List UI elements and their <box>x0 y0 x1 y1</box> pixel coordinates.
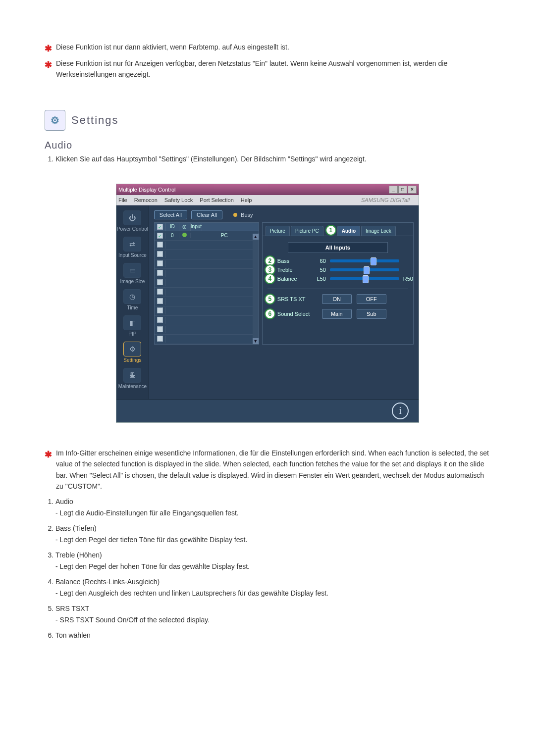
scroll-down-icon[interactable]: ▼ <box>253 338 259 344</box>
explain-title: Balance (Rechts-Links-Ausgleich) <box>55 578 160 586</box>
grid-row[interactable] <box>155 288 259 297</box>
grid-row[interactable] <box>155 316 259 325</box>
bass-control: 2 Bass 60 <box>277 258 413 264</box>
row-checkbox[interactable] <box>157 289 163 295</box>
slider-handle[interactable] <box>371 257 376 265</box>
srs-on-button[interactable]: ON <box>322 294 352 304</box>
section-header: ⚙ Settings <box>45 110 490 131</box>
sidebar-label-time: Time <box>127 305 138 310</box>
bass-slider[interactable] <box>330 259 399 262</box>
sidebar-item-input[interactable]: ⇄ Input Source <box>116 237 149 258</box>
sidebar-label-power: Power Control <box>117 226 148 232</box>
sound-main-button[interactable]: Main <box>322 309 352 319</box>
titlebar[interactable]: Multiple Display Control _ □ × <box>116 184 419 195</box>
note-text-1: Diese Funktion ist nur dann aktiviert, w… <box>56 42 289 52</box>
srs-off-button[interactable]: OFF <box>357 294 386 304</box>
row-checkbox[interactable] <box>157 326 163 332</box>
slider-handle[interactable] <box>364 266 370 274</box>
grid-row[interactable] <box>155 335 259 344</box>
grid-head-id[interactable]: ID <box>166 223 179 231</box>
slider-handle[interactable] <box>363 275 369 283</box>
explain-sub: - Legt den Pegel der hohen Töne für das … <box>55 561 490 572</box>
desc-note-text: Im Info-Gitter erscheinen einige wesentl… <box>56 448 490 492</box>
explain-sub: - SRS TSXT Sound On/Off of the selected … <box>55 615 490 625</box>
scroll-thumb[interactable] <box>253 240 259 338</box>
sound-select-row: 6 Sound Select Main Sub <box>277 309 413 319</box>
menu-file[interactable]: File <box>118 197 127 203</box>
tab-picture[interactable]: Picture <box>266 226 290 236</box>
explain-item-4: Balance (Rechts-Links-Ausgleich) - Legt … <box>55 577 490 599</box>
sidebar-item-time[interactable]: ◷ Time <box>116 289 149 310</box>
sidebar: ⏻ Power Control ⇄ Input Source ▭ Image S… <box>116 205 149 399</box>
sound-sub-button[interactable]: Sub <box>357 309 386 319</box>
maximize-icon[interactable]: □ <box>398 186 407 194</box>
sidebar-item-settings[interactable]: ⚙ Settings <box>116 342 149 363</box>
explain-item-5: SRS TSXT - SRS TSXT Sound On/Off of the … <box>55 604 490 625</box>
row-checkbox[interactable] <box>157 307 163 313</box>
grid-row[interactable] <box>155 297 259 306</box>
explain-item-6: Ton wählen <box>55 630 490 641</box>
explain-title: Audio <box>55 498 73 505</box>
balance-slider[interactable] <box>330 277 399 280</box>
pip-icon: ◧ <box>123 315 141 330</box>
grid-head-status-icon: ◎ <box>179 223 191 231</box>
header-checkbox[interactable] <box>157 224 163 230</box>
sidebar-label-pip: PIP <box>128 331 136 337</box>
callout-5: 5 <box>265 294 275 304</box>
menu-remocon[interactable]: Remocon <box>134 197 158 203</box>
grid-head-input[interactable]: Input <box>191 223 202 231</box>
tab-picture-pc[interactable]: Picture PC <box>291 226 323 236</box>
row-checkbox[interactable] <box>157 242 163 248</box>
tab-image-lock[interactable]: Image Lock <box>361 226 396 236</box>
note-line-1: ✱ Diese Funktion ist nur dann aktiviert,… <box>45 42 490 56</box>
sidebar-item-image[interactable]: ▭ Image Size <box>116 263 149 284</box>
explain-title: Treble (Höhen) <box>55 551 102 559</box>
info-icon[interactable]: i <box>392 403 409 419</box>
select-all-button[interactable]: Select All <box>154 210 187 219</box>
close-icon[interactable]: × <box>408 186 417 194</box>
grid-scrollbar[interactable]: ▲ ▼ <box>253 234 259 344</box>
row-checkbox[interactable] <box>157 233 163 239</box>
explain-item-2: Bass (Tiefen) - Legt den Pegel der tiefe… <box>55 523 490 545</box>
row-checkbox[interactable] <box>157 251 163 257</box>
row-checkbox[interactable] <box>157 279 163 285</box>
balance-value-left: L50 <box>313 276 326 282</box>
note-line-2: ✱ Diese Funktion ist nur für Anzeigen ve… <box>45 58 490 80</box>
menu-safetylock[interactable]: Safety Lock <box>164 197 193 203</box>
grid-row[interactable] <box>155 269 259 278</box>
row-checkbox[interactable] <box>157 270 163 276</box>
explain-item-3: Treble (Höhen) - Legt den Pegel der hohe… <box>55 550 490 572</box>
row-checkbox[interactable] <box>157 298 163 304</box>
srs-label: SRS TS XT <box>277 296 317 302</box>
srs-row: 5 SRS TS XT ON OFF <box>277 294 413 304</box>
row-checkbox[interactable] <box>157 317 163 323</box>
grid-row[interactable] <box>155 306 259 316</box>
subsection-title: Audio <box>45 140 490 151</box>
sidebar-item-power[interactable]: ⏻ Power Control <box>116 210 149 232</box>
explain-list: Audio - Legt die Audio-Einstellungen für… <box>45 497 490 641</box>
row-checkbox[interactable] <box>157 336 163 342</box>
time-icon: ◷ <box>123 289 141 304</box>
grid-row[interactable] <box>155 259 259 269</box>
sidebar-item-pip[interactable]: ◧ PIP <box>116 315 149 337</box>
scroll-up-icon[interactable]: ▲ <box>253 234 259 240</box>
grid-row[interactable] <box>155 250 259 259</box>
sidebar-item-maintenance[interactable]: 🖶 Maintenance <box>116 368 149 389</box>
treble-slider[interactable] <box>330 268 399 271</box>
grid-row[interactable] <box>155 325 259 335</box>
explain-sub: - Legt den Pegel der tiefen Töne für das… <box>55 535 490 545</box>
minimize-icon[interactable]: _ <box>389 186 398 194</box>
note-text-2: Diese Funktion ist nur für Anzeigen verf… <box>56 58 490 80</box>
clear-all-button[interactable]: Clear All <box>191 210 222 219</box>
busy-dot-icon <box>233 213 237 217</box>
grid-row[interactable]: 0 PC <box>155 231 259 241</box>
grid-row[interactable] <box>155 241 259 250</box>
maintenance-icon: 🖶 <box>123 368 141 383</box>
menu-help[interactable]: Help <box>241 197 252 203</box>
star-icon: ✱ <box>45 58 52 72</box>
row-checkbox[interactable] <box>157 260 163 266</box>
menu-portselection[interactable]: Port Selection <box>200 197 233 203</box>
tab-audio[interactable]: Audio <box>337 226 360 236</box>
grid-row[interactable] <box>155 278 259 288</box>
sidebar-label-image: Image Size <box>120 279 145 284</box>
